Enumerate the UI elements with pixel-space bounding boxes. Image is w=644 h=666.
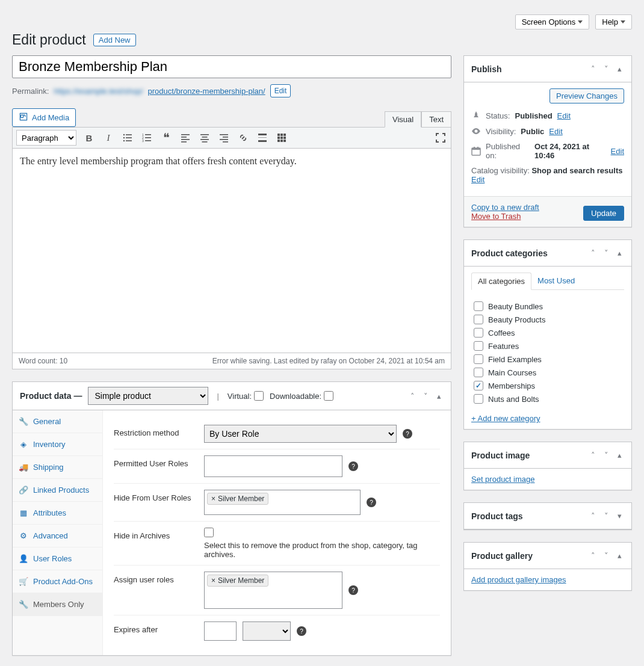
blockquote-icon[interactable]: ❝ <box>159 131 173 144</box>
format-select[interactable]: Paragraph <box>16 130 76 146</box>
collapse-icon[interactable]: ▴ <box>615 64 624 74</box>
category-item[interactable]: Features <box>471 339 624 353</box>
preview-changes-button[interactable]: Preview Changes <box>550 88 624 103</box>
role-tag[interactable]: × Silver Member <box>207 493 268 505</box>
editor-content[interactable]: The entry level membership program that … <box>12 149 451 353</box>
add-new-button[interactable]: Add New <box>93 34 136 46</box>
checkbox-icon[interactable]: ✓ <box>474 381 483 390</box>
bullet-list-icon[interactable] <box>121 131 134 144</box>
align-center-icon[interactable] <box>198 131 211 144</box>
product-type-select[interactable]: Simple product <box>88 387 208 405</box>
chevron-down-icon[interactable]: ˅ <box>601 451 611 460</box>
permitted-roles-input[interactable] <box>204 455 342 477</box>
chevron-up-icon[interactable]: ˄ <box>588 248 598 258</box>
checkbox-icon[interactable] <box>474 394 483 404</box>
svg-rect-19 <box>200 139 209 140</box>
copy-draft-link[interactable]: Copy to a new draft <box>471 203 539 212</box>
expires-unit-select[interactable] <box>243 621 291 641</box>
screen-options-button[interactable]: Screen Options <box>515 14 590 29</box>
help-icon[interactable]: ? <box>403 429 412 439</box>
product-tab[interactable]: 🔧General <box>13 410 102 433</box>
checkbox-icon[interactable] <box>474 301 483 311</box>
move-trash-link[interactable]: Move to Trash <box>471 212 521 221</box>
product-tab[interactable]: ⚙Advanced <box>13 525 102 547</box>
help-icon[interactable]: ? <box>297 626 306 636</box>
chevron-down-icon[interactable]: ˅ <box>601 551 611 561</box>
link-icon[interactable] <box>237 131 250 144</box>
published-edit-link[interactable]: Edit <box>611 147 624 156</box>
help-icon[interactable]: ? <box>348 585 358 595</box>
help-button[interactable]: Help <box>595 14 632 29</box>
cat-tab-all[interactable]: All categories <box>471 273 531 290</box>
collapse-icon[interactable]: ▴ <box>615 551 624 561</box>
chevron-down-icon[interactable]: ˅ <box>421 391 430 401</box>
role-tag[interactable]: × Silver Member <box>207 575 268 587</box>
downloadable-checkbox[interactable] <box>324 391 333 401</box>
align-right-icon[interactable] <box>217 131 231 144</box>
category-item[interactable]: Beauty Bundles <box>471 300 624 313</box>
remove-tag-icon[interactable]: × <box>211 495 215 503</box>
product-tab[interactable]: 👤User Roles <box>13 547 102 570</box>
help-icon[interactable]: ? <box>367 498 376 507</box>
editor-tab-visual[interactable]: Visual <box>385 111 421 128</box>
hide-roles-input[interactable]: × Silver Member <box>204 490 361 515</box>
category-item[interactable]: Nuts and Bolts <box>471 392 624 405</box>
catalog-edit-link[interactable]: Edit <box>471 175 485 184</box>
update-button[interactable]: Update <box>583 206 624 221</box>
numbered-list-icon[interactable]: 123 <box>140 131 153 144</box>
restriction-method-select[interactable]: By User Role <box>204 425 397 443</box>
product-tab[interactable]: ▦Attributes <box>13 502 102 525</box>
read-more-icon[interactable] <box>256 131 269 144</box>
hide-archives-checkbox[interactable] <box>204 528 214 537</box>
bold-icon[interactable]: B <box>82 131 96 144</box>
add-media-button[interactable]: Add Media <box>12 108 76 127</box>
checkbox-icon[interactable] <box>474 341 483 351</box>
remove-tag-icon[interactable]: × <box>211 576 215 585</box>
category-item[interactable]: Beauty Products <box>471 313 624 326</box>
cat-tab-most-used[interactable]: Most Used <box>531 273 581 289</box>
status-edit-link[interactable]: Edit <box>557 111 571 120</box>
product-tab[interactable]: 🛒Product Add-Ons <box>13 570 102 593</box>
chevron-up-icon[interactable]: ˄ <box>588 64 598 74</box>
align-left-icon[interactable] <box>179 131 192 144</box>
collapse-icon[interactable]: ▴ <box>615 248 624 258</box>
chevron-up-icon[interactable]: ˄ <box>588 551 598 561</box>
collapse-icon[interactable]: ▴ <box>615 451 624 460</box>
category-item[interactable]: Field Examples <box>471 353 624 366</box>
editor-tab-text[interactable]: Text <box>421 111 451 128</box>
set-product-image-link[interactable]: Set product image <box>471 475 535 484</box>
help-icon[interactable]: ? <box>348 461 358 471</box>
chevron-up-icon[interactable]: ˄ <box>588 511 598 521</box>
tab-icon: 👤 <box>19 554 28 563</box>
product-tab[interactable]: 🔧Members Only <box>13 593 102 616</box>
chevron-up-icon[interactable]: ˄ <box>588 451 598 460</box>
permalink-slug[interactable]: product/bronze-membership-plan/ <box>148 87 265 96</box>
category-item[interactable]: ✓Memberships <box>471 379 624 392</box>
toolbar-toggle-icon[interactable] <box>275 131 288 144</box>
chevron-down-icon[interactable]: ˅ <box>601 64 611 74</box>
product-tab[interactable]: 🚚Shipping <box>13 456 102 479</box>
italic-icon[interactable]: I <box>102 131 115 144</box>
virtual-checkbox[interactable] <box>254 391 264 401</box>
expires-number-input[interactable] <box>204 621 237 641</box>
permalink-edit-button[interactable]: Edit <box>270 84 291 97</box>
add-category-link[interactable]: + Add new category <box>471 414 540 423</box>
checkbox-icon[interactable] <box>474 315 483 324</box>
checkbox-icon[interactable] <box>474 354 483 364</box>
product-tab[interactable]: 🔗Linked Products <box>13 479 102 502</box>
checkbox-icon[interactable] <box>474 368 483 377</box>
product-title-input[interactable] <box>12 55 451 78</box>
checkbox-icon[interactable] <box>474 328 483 338</box>
collapse-icon[interactable]: ▴ <box>434 391 444 401</box>
fullscreen-icon[interactable] <box>434 131 447 144</box>
collapse-icon[interactable]: ▾ <box>615 511 624 521</box>
category-item[interactable]: Main Courses <box>471 366 624 379</box>
chevron-up-icon[interactable]: ˄ <box>407 391 417 401</box>
visibility-edit-link[interactable]: Edit <box>549 127 562 136</box>
assign-roles-input[interactable]: × Silver Member <box>204 572 342 609</box>
chevron-down-icon[interactable]: ˅ <box>601 248 611 258</box>
add-gallery-link[interactable]: Add product gallery images <box>471 575 566 584</box>
category-item[interactable]: Coffees <box>471 326 624 339</box>
product-tab[interactable]: ◈Inventory <box>13 433 102 456</box>
chevron-down-icon[interactable]: ˅ <box>601 511 611 521</box>
